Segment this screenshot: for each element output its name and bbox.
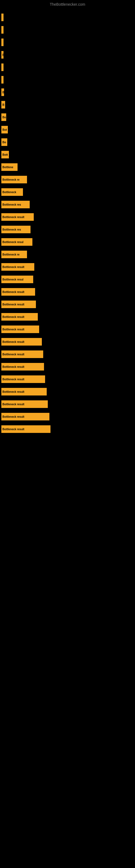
bar-label: Bottleneck result <box>1 326 39 333</box>
bar-label: B <box>1 101 5 108</box>
bar-row: Bottleneck result <box>1 373 134 385</box>
bar-label: Bottleneck result <box>1 413 49 421</box>
bar-label: Bottleneck result <box>1 213 34 221</box>
bar-row: Bottleneck resul <box>1 273 134 285</box>
bar-label: Bottleneck result <box>1 425 50 433</box>
site-title: TheBottlenecker.com <box>0 0 135 9</box>
bar-label: Bottleneck result <box>1 263 34 271</box>
bar-label: Bot <box>1 126 8 133</box>
bar-label: Bott <box>1 151 9 158</box>
bar-label <box>1 26 3 34</box>
bar-label: Bottleneck result <box>1 288 35 296</box>
bar-row <box>1 24 134 36</box>
bar-label: Bottleneck res <box>1 201 30 208</box>
bar-row: Bottleneck <box>1 186 134 198</box>
bar-label <box>1 13 3 21</box>
bar-label: Bottleneck result <box>1 338 42 346</box>
bar-row: Bottleneck result <box>1 286 134 298</box>
bar-label: Bottleneck result <box>1 350 43 358</box>
bar-row: Bottleneck result <box>1 386 134 398</box>
bar-row: Bott <box>1 149 134 161</box>
bar-row: Bottleneck result <box>1 211 134 223</box>
bar-label: Bottleneck resul <box>1 276 33 283</box>
bar-row: Bottlene <box>1 161 134 173</box>
bars-container: BBBBoBotBoBottBottleneBottleneck reBottl… <box>0 9 135 438</box>
bar-label: Bottleneck re <box>1 251 27 258</box>
bar-label: B <box>1 51 3 59</box>
bar-row: Bottleneck result <box>1 348 134 360</box>
bar-row: Bottleneck res <box>1 223 134 236</box>
bar-label: Bottleneck result <box>1 301 36 308</box>
bar-row: Bottleneck result <box>1 299 134 310</box>
bar-label: Bottleneck result <box>1 313 38 321</box>
bar-row: Bottleneck result <box>1 361 134 373</box>
bar-label: Bo <box>1 138 7 146</box>
bar-row: Bottleneck result <box>1 411 134 423</box>
bar-row: B <box>1 86 134 98</box>
bar-label: Bo <box>1 113 6 121</box>
bar-label: Bottlene <box>1 163 17 171</box>
bar-label: B <box>1 88 4 96</box>
bar-row: Bottleneck res <box>1 198 134 211</box>
bar-row: Bottleneck resul <box>1 236 134 248</box>
bar-row: Bottleneck result <box>1 261 134 273</box>
bar-row: Bottleneck result <box>1 398 134 410</box>
bar-label <box>1 63 3 71</box>
bar-label: Bottleneck result <box>1 388 47 396</box>
bar-row: Bottleneck result <box>1 336 134 348</box>
bar-row: B <box>1 99 134 111</box>
bar-label: Bottleneck re <box>1 176 27 183</box>
bar-label: Bottleneck resul <box>1 238 32 246</box>
bar-row: Bo <box>1 111 134 123</box>
bar-row: Bot <box>1 124 134 135</box>
bar-row: Bottleneck re <box>1 174 134 186</box>
bar-label: Bottleneck res <box>1 226 31 233</box>
bar-row: Bottleneck result <box>1 423 134 435</box>
bar-label <box>1 38 3 46</box>
bar-label <box>1 76 3 84</box>
bar-label: Bottleneck result <box>1 363 44 371</box>
bar-row: Bottleneck result <box>1 323 134 335</box>
bar-label: Bottleneck <box>1 188 23 196</box>
bar-row <box>1 74 134 86</box>
bar-row <box>1 36 134 48</box>
bar-row: Bo <box>1 136 134 148</box>
bar-row: Bottleneck re <box>1 248 134 260</box>
bar-label: Bottleneck result <box>1 400 48 408</box>
bar-row: Bottleneck result <box>1 311 134 323</box>
bar-row <box>1 11 134 23</box>
bar-row <box>1 61 134 73</box>
bar-label: Bottleneck result <box>1 375 45 383</box>
bar-row: B <box>1 49 134 61</box>
